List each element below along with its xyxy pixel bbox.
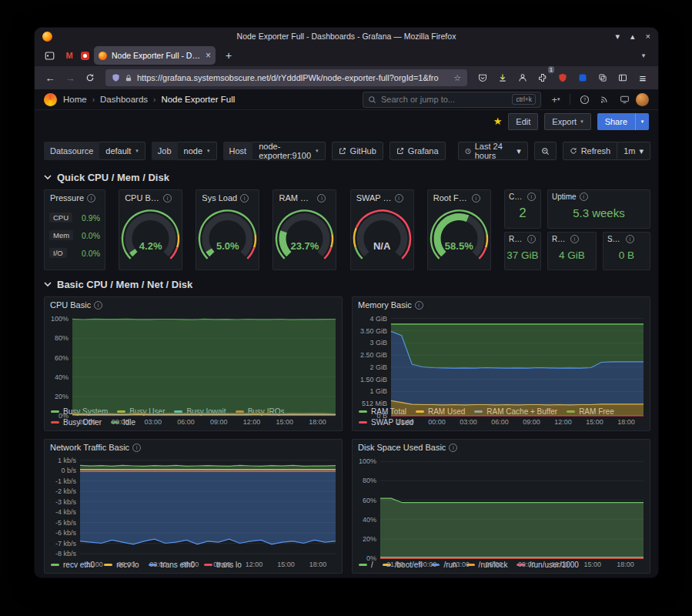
time-range-picker[interactable]: Last 24 hours <box>458 142 528 160</box>
password-manager-extension-icon[interactable] <box>573 69 592 87</box>
info-icon[interactable] <box>94 301 102 310</box>
svg-text:?: ? <box>583 96 586 102</box>
info-icon[interactable] <box>317 194 326 203</box>
back-button[interactable] <box>41 69 59 87</box>
info-icon[interactable] <box>87 194 95 203</box>
svg-text:3 GiB: 3 GiB <box>369 339 387 346</box>
info-icon[interactable] <box>415 301 423 310</box>
pressure-row-cpu: CPU 0.9% <box>49 213 100 223</box>
tab-close-icon[interactable] <box>206 50 211 61</box>
github-link-button[interactable]: GitHub <box>332 142 383 160</box>
export-button[interactable]: Export <box>544 113 590 130</box>
zoom-out-button[interactable] <box>534 142 557 160</box>
pinned-tab-gmail-icon[interactable]: M <box>62 51 76 60</box>
disk-space-chart[interactable]: 0%20%40%60%80%100%21:0000:0003:0006:0009… <box>353 453 650 559</box>
rootfs-used-gauge-panel[interactable]: Root FS Used 58.5% <box>427 189 491 270</box>
tracking-shield-icon[interactable] <box>112 73 120 82</box>
lock-icon[interactable] <box>125 74 132 82</box>
swap-total-panel[interactable]: SWAP Total 0 B <box>603 232 650 271</box>
grafana-logo[interactable] <box>44 93 57 106</box>
rootfs-total-panel[interactable]: RootFS Total 37 GiB <box>504 232 541 271</box>
info-icon[interactable] <box>570 235 579 243</box>
variable-value-dropdown[interactable]: default <box>99 142 145 160</box>
bookmark-star-icon[interactable] <box>453 73 461 83</box>
window-close-button[interactable] <box>646 32 650 41</box>
downloads-icon[interactable] <box>493 69 512 87</box>
grafana-header: Home › Dashboards › Node Exporter Full S… <box>35 89 658 110</box>
minimize-button[interactable] <box>616 32 620 41</box>
disk-space-used-basic-panel[interactable]: Disk Space Used Basic 0%20%40%60%80%100%… <box>352 439 650 574</box>
user-avatar[interactable] <box>636 93 649 106</box>
add-new-button[interactable] <box>547 91 564 108</box>
extensions-icon[interactable]: 1 <box>533 69 552 87</box>
grafana-link-button[interactable]: Grafana <box>389 142 446 160</box>
refresh-button[interactable]: Refresh <box>563 142 618 160</box>
svg-text:21:00: 21:00 <box>396 418 414 426</box>
breadcrumb-dashboards[interactable]: Dashboards <box>100 95 148 104</box>
chevron-down-icon <box>44 175 52 180</box>
share-button[interactable]: Share <box>597 113 635 130</box>
network-traffic-basic-panel[interactable]: Network Traffic Basic 1 kb/s0 b/s-1 kb/s… <box>44 439 343 574</box>
uptime-panel[interactable]: Uptime 5.3 weeks <box>547 189 650 229</box>
news-rss-icon[interactable] <box>596 91 613 108</box>
tv-kiosk-icon[interactable] <box>616 91 633 108</box>
info-icon[interactable] <box>472 194 480 203</box>
header-icons: ? <box>547 91 649 108</box>
maximize-button[interactable] <box>630 32 635 41</box>
memory-basic-chart[interactable]: 0 B512 MiB1 GiB1.50 GiB2 GiB2.50 GiB3 Gi… <box>353 310 650 406</box>
account-icon[interactable] <box>513 69 532 87</box>
containers-icon[interactable] <box>593 69 612 87</box>
svg-text:1 GiB: 1 GiB <box>369 387 387 395</box>
variable-value-dropdown[interactable]: node-exporter:9100 <box>252 142 325 160</box>
refresh-interval-dropdown[interactable]: 1m <box>617 142 650 160</box>
ram-total-panel[interactable]: RAM Total 4 GiB <box>547 232 597 271</box>
info-icon[interactable] <box>527 235 536 243</box>
forward-button[interactable] <box>61 69 79 87</box>
cpu-basic-panel[interactable]: CPU Basic 0%20%40%60%80%100%21:0000:0003… <box>44 296 343 431</box>
svg-text:15:00: 15:00 <box>586 418 603 426</box>
list-all-tabs-icon[interactable] <box>635 48 652 63</box>
search-input[interactable]: Search or jump to... ctrl+k <box>363 92 541 108</box>
search-shortcut: ctrl+k <box>512 94 536 105</box>
cpu-cores-panel[interactable]: CPU Cores 2 <box>504 189 541 229</box>
adblock-extension-icon[interactable] <box>553 69 572 87</box>
pocket-icon[interactable] <box>473 69 492 87</box>
pressure-panel[interactable]: Pressure CPU 0.9% Mem 0.0% I/O <box>44 189 105 270</box>
edit-button[interactable]: Edit <box>508 113 538 130</box>
info-icon[interactable] <box>527 192 536 201</box>
menu-icon[interactable] <box>633 69 652 87</box>
sidebar-icon[interactable] <box>613 69 632 87</box>
network-traffic-chart[interactable]: 1 kb/s0 b/s-1 kb/s-2 kb/s-3 kb/s-4 kb/s-… <box>45 453 342 559</box>
favorite-star-icon[interactable] <box>493 116 503 127</box>
section-basic-cpu-mem-net-disk[interactable]: Basic CPU / Mem / Net / Disk <box>44 278 650 290</box>
cpu-busy-gauge-panel[interactable]: CPU Busy 4.2% <box>119 189 182 270</box>
sys-load-gauge-panel[interactable]: Sys Load 5.0% <box>196 189 259 270</box>
info-icon[interactable] <box>240 194 249 203</box>
url-bar[interactable]: https://grafana.systemsobscure.net/d/rYd… <box>105 69 467 86</box>
info-icon[interactable] <box>395 194 403 203</box>
info-icon[interactable] <box>449 444 457 452</box>
chevron-down-icon <box>44 282 52 287</box>
window-titlebar[interactable]: Node Exporter Full - Dashboards - Grafan… <box>35 28 658 45</box>
cpu-basic-chart[interactable]: 0%20%40%60%80%100%21:0000:0003:0006:0009… <box>45 310 342 406</box>
section-quick-cpu-mem-disk[interactable]: Quick CPU / Mem / Disk <box>44 171 650 183</box>
info-icon[interactable] <box>163 194 172 203</box>
new-tab-button[interactable] <box>220 48 237 63</box>
svg-text:2 GiB: 2 GiB <box>369 363 387 371</box>
active-tab[interactable]: Node Exporter Full - Dashbo <box>94 46 216 65</box>
memory-basic-panel[interactable]: Memory Basic 0 B512 MiB1 GiB1.50 GiB2 Gi… <box>352 296 650 431</box>
ram-used-gauge-panel[interactable]: RAM Used 23.7% <box>272 189 336 270</box>
svg-text:00:00: 00:00 <box>420 561 437 568</box>
info-icon[interactable] <box>626 235 634 243</box>
firefox-view-icon[interactable] <box>41 48 58 63</box>
swap-used-gauge-panel[interactable]: SWAP Used N/A <box>350 189 414 270</box>
share-dropdown-icon[interactable] <box>635 113 649 130</box>
help-icon[interactable]: ? <box>576 91 593 108</box>
pinned-tab-icon[interactable] <box>81 52 89 60</box>
info-icon[interactable] <box>580 192 588 201</box>
reload-button[interactable] <box>81 69 99 87</box>
info-icon[interactable] <box>132 444 141 452</box>
variable-value-dropdown[interactable]: node <box>178 142 217 160</box>
breadcrumb-home[interactable]: Home <box>63 95 87 104</box>
breadcrumb: Home › Dashboards › Node Exporter Full <box>63 95 235 104</box>
